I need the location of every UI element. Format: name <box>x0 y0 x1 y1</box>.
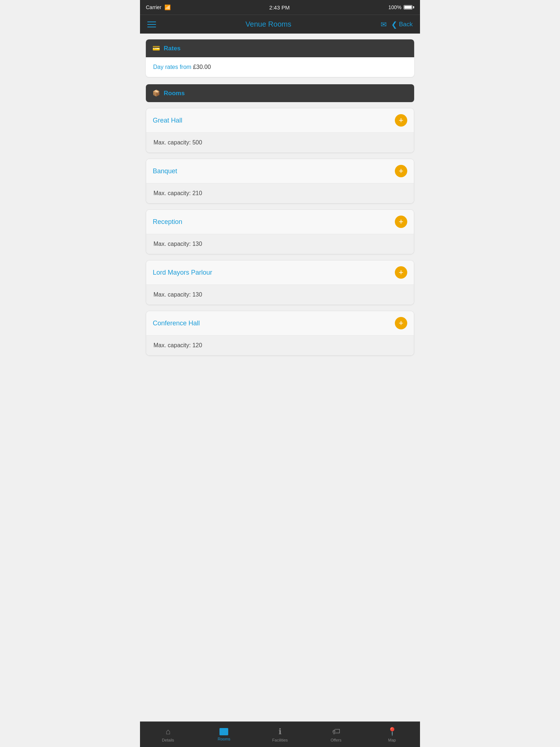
room-capacity: Max. capacity: 120 <box>153 342 202 348</box>
mail-icon[interactable]: ✉ <box>381 20 387 29</box>
room-capacity: Max. capacity: 210 <box>153 190 202 196</box>
rates-content: Day rates from £30.00 <box>146 57 414 77</box>
room-name: Reception <box>153 218 182 226</box>
rates-header-title: Rates <box>164 45 180 52</box>
room-card-body: Max. capacity: 130 <box>146 285 414 305</box>
room-card: Lord Mayors Parlour + Max. capacity: 130 <box>146 260 414 305</box>
room-card: Reception + Max. capacity: 130 <box>146 209 414 254</box>
nav-bar: Venue Rooms ✉ ❮ Back <box>140 15 420 34</box>
add-room-button[interactable]: + <box>395 317 407 329</box>
room-card: Banquet + Max. capacity: 210 <box>146 159 414 204</box>
room-card-body: Max. capacity: 500 <box>146 133 414 152</box>
rates-section: 💳 Rates Day rates from £30.00 <box>146 39 414 77</box>
room-name: Conference Hall <box>153 320 200 327</box>
rooms-icon: 📦 <box>152 89 160 97</box>
room-name: Great Hall <box>153 117 182 124</box>
nav-right: ✉ ❮ Back <box>381 20 413 29</box>
room-card: Great Hall + Max. capacity: 500 <box>146 108 414 153</box>
status-bar-left: Carrier 📶 <box>146 4 171 10</box>
room-card-body: Max. capacity: 120 <box>146 336 414 355</box>
room-capacity: Max. capacity: 130 <box>153 291 202 298</box>
main-content: 💳 Rates Day rates from £30.00 📦 Rooms Gr… <box>140 34 420 398</box>
time-label: 2:43 PM <box>269 4 290 11</box>
wifi-icon: 📶 <box>164 4 171 10</box>
room-card-header: Great Hall + <box>146 108 414 133</box>
room-card-header: Banquet + <box>146 159 414 183</box>
add-room-button[interactable]: + <box>395 165 407 177</box>
add-room-button[interactable]: + <box>395 216 407 228</box>
carrier-label: Carrier <box>146 4 162 10</box>
menu-button[interactable] <box>147 22 156 27</box>
room-card-body: Max. capacity: 210 <box>146 183 414 203</box>
rooms-header-title: Rooms <box>164 90 185 97</box>
back-button[interactable]: ❮ Back <box>391 20 413 29</box>
day-rates-label: Day rates from <box>153 64 191 70</box>
room-capacity: Max. capacity: 500 <box>153 139 202 146</box>
back-label: Back <box>399 21 413 28</box>
room-card-header: Lord Mayors Parlour + <box>146 260 414 285</box>
room-card: Conference Hall + Max. capacity: 120 <box>146 311 414 356</box>
room-card-header: Reception + <box>146 210 414 234</box>
rooms-list: Great Hall + Max. capacity: 500 Banquet … <box>146 108 414 356</box>
back-chevron-icon: ❮ <box>391 20 397 29</box>
rates-icon: 💳 <box>152 44 160 52</box>
room-name: Banquet <box>153 167 177 175</box>
add-room-button[interactable]: + <box>395 114 407 127</box>
battery-percent-label: 100% <box>388 4 401 10</box>
battery-icon <box>404 5 414 9</box>
day-rates-value: £30.00 <box>193 64 211 70</box>
room-card-header: Conference Hall + <box>146 311 414 336</box>
room-capacity: Max. capacity: 130 <box>153 241 202 247</box>
room-card-body: Max. capacity: 130 <box>146 234 414 254</box>
day-rates-text: Day rates from £30.00 <box>153 64 211 70</box>
room-name: Lord Mayors Parlour <box>153 269 212 276</box>
status-bar: Carrier 📶 2:43 PM 100% <box>140 0 420 15</box>
rooms-section-header: 📦 Rooms <box>146 84 414 102</box>
status-bar-right: 100% <box>388 4 414 10</box>
rates-section-header: 💳 Rates <box>146 39 414 57</box>
add-room-button[interactable]: + <box>395 266 407 279</box>
page-title: Venue Rooms <box>245 20 291 28</box>
